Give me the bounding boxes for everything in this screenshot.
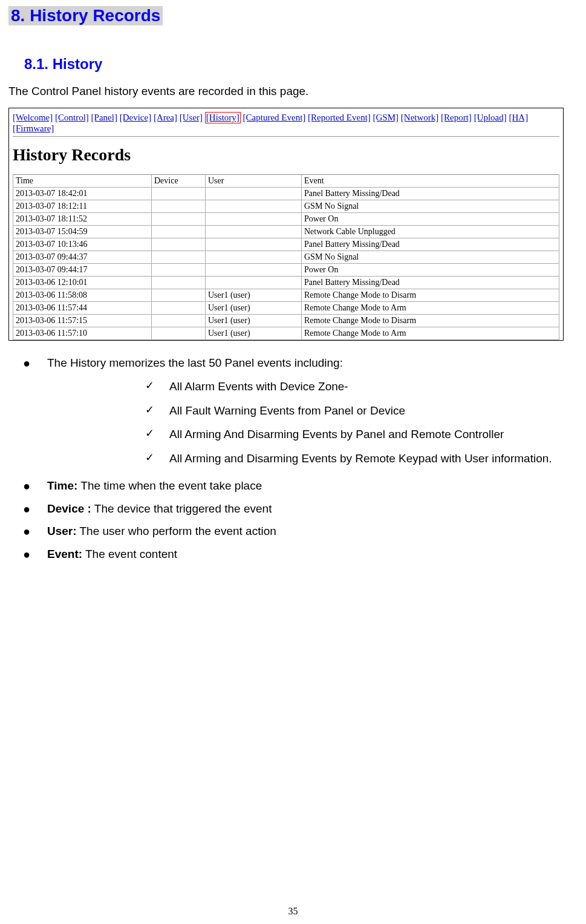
cell-event: Panel Battery Missing/Dead: [302, 188, 559, 200]
nav-link-upload[interactable]: [Upload]: [474, 113, 507, 122]
nav-link-network[interactable]: [Network]: [401, 113, 438, 122]
cell-user: User1 (user): [206, 327, 302, 340]
cell-time: 2013-03-06 11:58:08: [13, 289, 152, 302]
cell-time: 2013-03-07 18:11:52: [13, 213, 152, 226]
nav-link-reported-event[interactable]: [Reported Event]: [308, 113, 371, 122]
cell-device: [152, 264, 206, 277]
cell-event: Remote Change Mode to Arm: [302, 327, 559, 340]
cell-user: User1 (user): [206, 302, 302, 315]
nav-active-highlight: [History]: [205, 112, 241, 123]
check-item: All Arming And Disarming Events by Panel…: [47, 425, 568, 443]
cell-event: GSM No Signal: [302, 251, 559, 264]
table-row: 2013-03-07 10:13:46Panel Battery Missing…: [13, 238, 559, 251]
check-item: All Fault Warning Events from Panel or D…: [47, 402, 568, 419]
cell-device: [152, 213, 206, 226]
list-item: Device : The device that triggered the e…: [8, 500, 568, 517]
cell-event: Power On: [302, 213, 559, 226]
table-row: 2013-03-06 11:58:08User1 (user)Remote Ch…: [13, 289, 559, 302]
cell-time: 2013-03-07 09:44:17: [13, 264, 152, 277]
cell-event: Power On: [302, 264, 559, 277]
nav-link-device[interactable]: [Device]: [120, 113, 151, 122]
cell-user: [206, 277, 302, 289]
cell-event: Remote Change Mode to Arm: [302, 302, 559, 315]
cell-time: 2013-03-07 15:04:59: [13, 226, 152, 238]
cell-event: Panel Battery Missing/Dead: [302, 238, 559, 251]
nav-link-ha[interactable]: [HA]: [509, 113, 529, 122]
cell-user: [206, 238, 302, 251]
col-device-header: Device: [152, 175, 206, 188]
screenshot-panel: [Welcome] [Control] [Panel] [Device] [Ar…: [8, 108, 564, 341]
nav-link-history[interactable]: [History]: [206, 113, 239, 122]
cell-event: Network Cable Unplugged: [302, 226, 559, 238]
cell-device: [152, 226, 206, 238]
table-row: 2013-03-07 09:44:37GSM No Signal: [13, 251, 559, 264]
cell-time: 2013-03-07 09:44:37: [13, 251, 152, 264]
table-row: 2013-03-07 09:44:17Power On: [13, 264, 559, 277]
cell-time: 2013-03-07 10:13:46: [13, 238, 152, 251]
cell-time: 2013-03-06 12:10:01: [13, 277, 152, 289]
def-text: The time when the event take place: [77, 479, 262, 492]
nav-link-firmware[interactable]: [Firmware]: [13, 123, 54, 133]
bullet-list: The History memorizes the last 50 Panel …: [8, 354, 568, 563]
table-row: 2013-03-06 11:57:15User1 (user)Remote Ch…: [13, 315, 559, 327]
nav-link-gsm[interactable]: [GSM]: [373, 113, 399, 122]
nav-link-report[interactable]: [Report]: [441, 113, 472, 122]
table-row: 2013-03-06 12:10:01Panel Battery Missing…: [13, 277, 559, 289]
table-row: 2013-03-07 18:12:11GSM No Signal: [13, 200, 559, 213]
table-row: 2013-03-06 11:57:44User1 (user)Remote Ch…: [13, 302, 559, 315]
page-number: 35: [0, 906, 586, 917]
cell-device: [152, 188, 206, 200]
cell-device: [152, 277, 206, 289]
col-event-header: Event: [302, 175, 559, 188]
table-row: 2013-03-07 18:11:52Power On: [13, 213, 559, 226]
check-item: All Arming and Disarming Events by Remot…: [47, 450, 568, 467]
cell-device: [152, 238, 206, 251]
cell-time: 2013-03-07 18:12:11: [13, 200, 152, 213]
col-user-header: User: [206, 175, 302, 188]
cell-device: [152, 302, 206, 315]
cell-time: 2013-03-07 18:42:01: [13, 188, 152, 200]
cell-time: 2013-03-06 11:57:15: [13, 315, 152, 327]
def-text: The device that triggered the event: [91, 502, 272, 515]
cell-user: [206, 213, 302, 226]
cell-user: [206, 226, 302, 238]
section-heading: 8. History Records: [8, 6, 163, 25]
table-row: 2013-03-06 11:57:10User1 (user)Remote Ch…: [13, 327, 559, 340]
cell-device: [152, 251, 206, 264]
list-item: Event: The event content: [8, 545, 568, 563]
cell-device: [152, 315, 206, 327]
cell-event: GSM No Signal: [302, 200, 559, 213]
def-label: User:: [47, 525, 77, 537]
cell-user: [206, 264, 302, 277]
cell-user: [206, 200, 302, 213]
cell-device: [152, 200, 206, 213]
nav-link-control[interactable]: [Control]: [55, 113, 89, 122]
cell-event: Panel Battery Missing/Dead: [302, 277, 559, 289]
list-item: Time: The time when the event take place: [8, 477, 568, 494]
subsection-heading: 8.1. History: [24, 56, 568, 73]
list-item: User: The user who perform the event act…: [8, 522, 568, 540]
nav-link-area[interactable]: [Area]: [154, 113, 177, 122]
def-text: The user who perform the event action: [77, 525, 276, 537]
panel-title: History Records: [13, 145, 559, 165]
intro-paragraph: The Control Panel history events are rec…: [8, 85, 568, 98]
cell-event: Remote Change Mode to Disarm: [302, 289, 559, 302]
bullet-intro-text: The History memorizes the last 50 Panel …: [47, 356, 343, 369]
list-item: The History memorizes the last 50 Panel …: [8, 354, 568, 467]
cell-user: User1 (user): [206, 315, 302, 327]
nav-link-captured-event[interactable]: [Captured Event]: [243, 113, 306, 122]
nav-link-panel[interactable]: [Panel]: [91, 113, 117, 122]
def-label: Event:: [47, 548, 82, 560]
table-row: 2013-03-07 18:42:01Panel Battery Missing…: [13, 188, 559, 200]
cell-user: User1 (user): [206, 289, 302, 302]
cell-time: 2013-03-06 11:57:44: [13, 302, 152, 315]
nav-tabs: [Welcome] [Control] [Panel] [Device] [Ar…: [13, 111, 559, 137]
def-text: The event content: [82, 548, 177, 560]
cell-user: [206, 188, 302, 200]
cell-device: [152, 289, 206, 302]
check-item: All Alarm Events with Device Zone-: [47, 378, 568, 395]
nav-link-welcome[interactable]: [Welcome]: [13, 113, 53, 122]
nav-link-user[interactable]: [User]: [180, 113, 203, 122]
table-header-row: Time Device User Event: [13, 175, 559, 188]
cell-event: Remote Change Mode to Disarm: [302, 315, 559, 327]
